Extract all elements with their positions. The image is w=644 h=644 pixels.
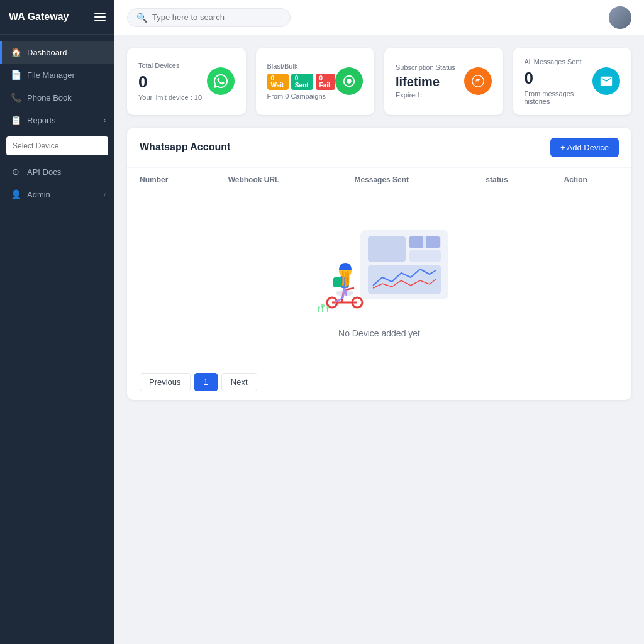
search-icon: 🔍 (136, 13, 147, 23)
stat-label-messages-sent: All Messages Sent (525, 58, 593, 65)
add-device-button[interactable]: + Add Device (550, 138, 619, 157)
select-device-input[interactable] (6, 136, 108, 155)
admin-icon: 👤 (11, 189, 21, 199)
sidebar-item-label-admin: Admin (27, 190, 50, 199)
table-body: No Device added yet (127, 192, 631, 364)
col-webhook: Webhook URL (216, 168, 342, 192)
page-1-button[interactable]: 1 (194, 373, 218, 391)
reports-icon: 📋 (11, 115, 21, 125)
badge-sent: 0 Sent (291, 74, 313, 90)
stat-value-total-devices: 0 (138, 73, 207, 91)
search-wrapper: 🔍 (127, 8, 291, 27)
col-number: Number (127, 168, 216, 192)
stat-card-subscription: Subscription Status lifetime Expired : - (384, 48, 503, 115)
sidebar-item-label-phone-book: Phone Book (27, 93, 72, 103)
sidebar-nav: 🏠 Dashboard 📄 File Manager 📞 Phone Book … (0, 35, 114, 644)
stat-sub-messages-sent: From messages histories (525, 90, 593, 105)
content-area: Total Devices 0 Your limit device : 10 B… (114, 35, 644, 644)
wa-account-title: Whatsapp Account (140, 142, 230, 153)
stat-info-total-devices: Total Devices 0 Your limit device : 10 (138, 62, 207, 101)
devices-table: Number Webhook URL Messages Sent status … (127, 168, 631, 364)
stat-info-blast-bulk: Blast/Bulk 0 Wait 0 Sent 0 Fail From 0 C… (267, 62, 336, 100)
sidebar-title: WA Gateway (9, 11, 69, 23)
sidebar-item-file-manager[interactable]: 📄 File Manager (0, 64, 114, 86)
svg-rect-8 (409, 236, 423, 248)
stat-info-subscription: Subscription Status lifetime Expired : - (396, 64, 464, 99)
sidebar-item-label-dashboard: Dashboard (27, 48, 67, 57)
badge-wait: 0 Wait (267, 74, 289, 90)
chevron-icon-reports: ‹ (104, 117, 106, 124)
col-messages-sent: Messages Sent (341, 168, 473, 192)
svg-rect-9 (426, 236, 440, 248)
stat-label-total-devices: Total Devices (138, 62, 207, 69)
stat-value-subscription: lifetime (396, 75, 464, 89)
phone-icon: 📞 (11, 92, 21, 103)
svg-point-1 (347, 79, 351, 84)
stat-card-messages-sent: All Messages Sent 0 From messages histor… (513, 48, 632, 115)
badge-fail: 0 Fail (316, 74, 335, 90)
sidebar-item-reports[interactable]: 📋 Reports ‹ (0, 109, 114, 131)
blast-badges: 0 Wait 0 Sent 0 Fail (267, 74, 336, 90)
avatar-image (609, 6, 631, 29)
stat-icon-total-devices (207, 67, 235, 95)
col-action: Action (551, 168, 631, 192)
svg-rect-4 (368, 236, 406, 262)
stat-icon-subscription (464, 67, 492, 95)
main-content: 🔍 Total Devices 0 Your limit device : 10 (114, 0, 644, 644)
table-header: Number Webhook URL Messages Sent status … (127, 168, 631, 192)
next-button[interactable]: Next (221, 373, 257, 391)
empty-state: No Device added yet (127, 192, 631, 364)
sidebar: WA Gateway 🏠 Dashboard 📄 File Manager 📞 … (0, 0, 114, 644)
pagination: Previous 1 Next (127, 364, 631, 400)
stat-sub-total-devices: Your limit device : 10 (138, 94, 207, 101)
col-status: status (473, 168, 551, 192)
whatsapp-account-card: Whatsapp Account + Add Device Number Web… (127, 128, 631, 400)
home-icon: 🏠 (11, 47, 21, 57)
empty-text: No Device added yet (338, 328, 420, 338)
wa-account-header: Whatsapp Account + Add Device (127, 128, 631, 168)
stat-info-messages-sent: All Messages Sent 0 From messages histor… (525, 58, 593, 105)
svg-rect-21 (333, 277, 341, 287)
stat-label-blast-bulk: Blast/Bulk (267, 62, 336, 70)
file-icon: 📄 (11, 70, 21, 80)
stat-sub-blast-bulk: From 0 Campaigns (267, 92, 336, 100)
sidebar-item-label-file-manager: File Manager (27, 70, 75, 80)
svg-rect-7 (368, 265, 441, 294)
api-icon: ⊙ (11, 167, 21, 177)
svg-line-15 (345, 288, 354, 290)
topbar: 🔍 (114, 0, 644, 35)
chevron-icon-admin: ‹ (104, 191, 106, 198)
stat-card-blast-bulk: Blast/Bulk 0 Wait 0 Sent 0 Fail From 0 C… (256, 48, 375, 115)
hamburger-menu-icon[interactable] (94, 13, 106, 21)
stat-icon-messages-sent (592, 67, 620, 95)
stat-card-total-devices: Total Devices 0 Your limit device : 10 (127, 48, 246, 115)
stat-sub-subscription: Expired : - (396, 91, 464, 99)
search-input[interactable] (152, 13, 281, 22)
stat-value-messages-sent: 0 (525, 69, 593, 87)
sidebar-item-api-docs[interactable]: ⊙ API Docs (0, 160, 114, 183)
stats-grid: Total Devices 0 Your limit device : 10 B… (127, 48, 631, 115)
sidebar-item-admin[interactable]: 👤 Admin ‹ (0, 183, 114, 206)
table-wrapper: Number Webhook URL Messages Sent status … (127, 168, 631, 364)
select-device-wrapper (0, 131, 114, 160)
avatar[interactable] (609, 6, 631, 29)
stat-icon-blast-bulk (335, 67, 363, 95)
sidebar-item-label-reports: Reports (27, 116, 56, 125)
svg-rect-6 (409, 250, 441, 262)
sidebar-header: WA Gateway (0, 0, 114, 35)
sidebar-item-phone-book[interactable]: 📞 Phone Book (0, 86, 114, 109)
previous-button[interactable]: Previous (140, 373, 191, 391)
empty-illustration (297, 218, 461, 318)
sidebar-item-label-api-docs: API Docs (27, 167, 61, 177)
stat-label-subscription: Subscription Status (396, 64, 464, 71)
sidebar-item-dashboard[interactable]: 🏠 Dashboard (0, 41, 114, 64)
